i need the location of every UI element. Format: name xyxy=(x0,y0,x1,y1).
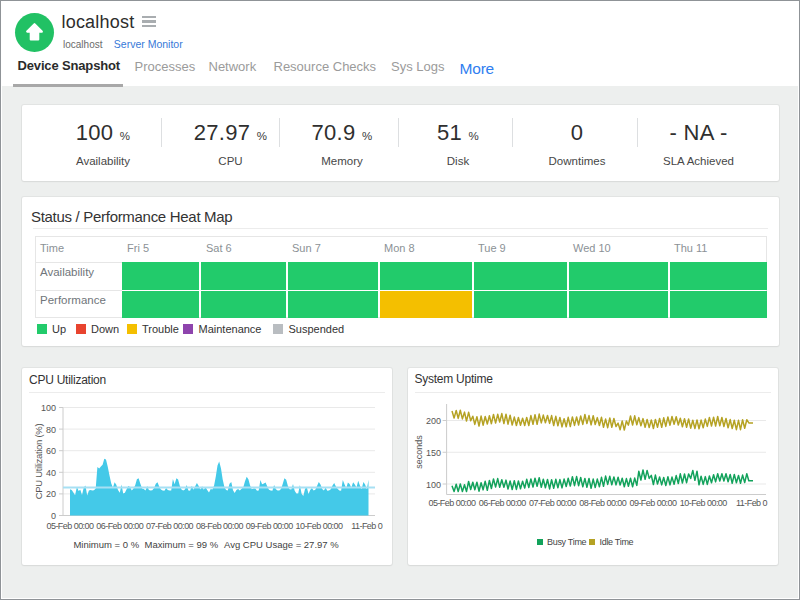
svg-text:100: 100 xyxy=(426,479,441,489)
svg-text:10-Feb 00:00: 10-Feb 00:00 xyxy=(296,521,343,531)
svg-text:09-Feb 00:00: 09-Feb 00:00 xyxy=(630,497,677,507)
svg-text:07-Feb 00:00: 07-Feb 00:00 xyxy=(146,521,193,531)
svg-text:40: 40 xyxy=(46,467,56,477)
svg-text:150: 150 xyxy=(426,447,441,457)
svg-text:11-Feb 0: 11-Feb 0 xyxy=(736,497,767,507)
svg-text:11-Feb 0: 11-Feb 0 xyxy=(351,521,382,531)
svg-text:08-Feb 00:00: 08-Feb 00:00 xyxy=(196,521,243,531)
svg-text:05-Feb 00:00: 05-Feb 00:00 xyxy=(429,497,476,507)
svg-text:CPU Utilization (%): CPU Utilization (%) xyxy=(33,423,44,499)
svg-text:05-Feb 00:00: 05-Feb 00:00 xyxy=(47,521,94,531)
svg-text:08-Feb 00:00: 08-Feb 00:00 xyxy=(579,497,626,507)
svg-text:100: 100 xyxy=(41,403,56,413)
svg-text:200: 200 xyxy=(426,416,441,426)
svg-text:seconds: seconds xyxy=(414,434,424,468)
svg-text:0: 0 xyxy=(51,511,56,521)
svg-text:06-Feb 00:00: 06-Feb 00:00 xyxy=(479,497,526,507)
svg-text:09-Feb 00:00: 09-Feb 00:00 xyxy=(246,521,293,531)
svg-text:06-Feb 00:00: 06-Feb 00:00 xyxy=(96,521,143,531)
svg-text:60: 60 xyxy=(46,446,56,456)
svg-text:10-Feb 00:00: 10-Feb 00:00 xyxy=(680,497,727,507)
svg-text:07-Feb 00:00: 07-Feb 00:00 xyxy=(529,497,576,507)
svg-text:20: 20 xyxy=(46,489,56,499)
svg-text:80: 80 xyxy=(46,424,56,434)
